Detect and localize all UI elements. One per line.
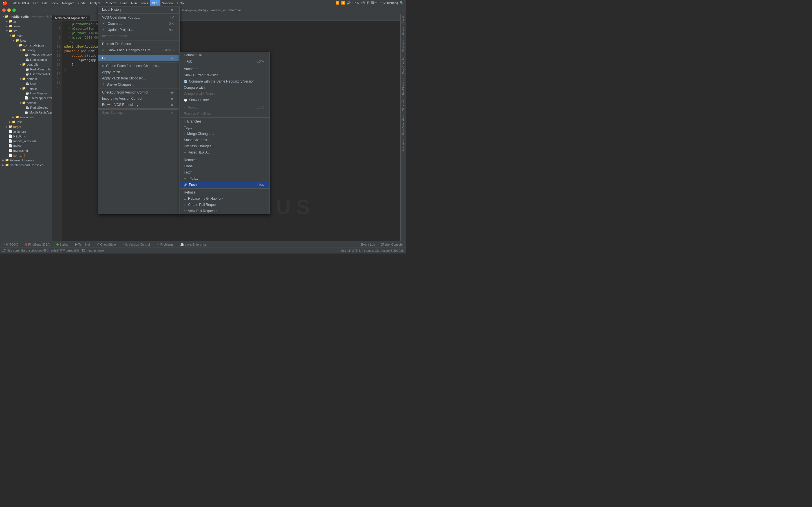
git-menu-annotate[interactable]: Annotate: [180, 66, 269, 72]
git-menu-create-pr[interactable]: ⬡ Create Pull Request: [180, 202, 269, 208]
sidebar-item-redis-controller[interactable]: ▶ ☕ RedisController: [0, 67, 52, 71]
sidebar-item-datasource[interactable]: ▶ ☕ DataSourceConfig: [0, 52, 52, 57]
menu-local-history[interactable]: Local History ▶: [98, 6, 179, 13]
sidebar-item-scratches[interactable]: ▶ 📁 Scratches and Consoles: [0, 163, 52, 167]
tab-todo[interactable]: ≡ 6: TODO: [2, 241, 20, 247]
git-menu-stash[interactable]: Stash Changes...: [180, 137, 269, 143]
menu-refresh-status[interactable]: Refresh File Status: [98, 41, 179, 47]
git-menu-view-pr[interactable]: ⬡ View Pull Requests: [180, 208, 269, 214]
git-menu-show-history[interactable]: 🕐 Show History: [180, 97, 269, 103]
git-menu-reset-head[interactable]: ↩ Reset HEAD...: [180, 149, 269, 156]
menu-build[interactable]: Build: [118, 0, 129, 6]
sidebar-item-target[interactable]: ▶ 📁 target: [0, 124, 52, 129]
git-menu-tag[interactable]: Tag...: [180, 124, 269, 131]
sidebar-item-git[interactable]: ▶ 📁 .git: [0, 19, 52, 24]
menu-help[interactable]: Help: [175, 0, 186, 6]
sidebar-item-test[interactable]: ▶ 📁 test: [0, 119, 52, 124]
sidebar-item-com-study[interactable]: ▼ 📁 com.study.java: [0, 43, 52, 48]
panel-rest-services[interactable]: RestServices: [401, 76, 405, 97]
git-menu-compare-with[interactable]: Compare with...: [180, 84, 269, 91]
sidebar-item-gitignore[interactable]: ▶ 📄 .gitignore: [0, 129, 52, 134]
sidebar-item-domain[interactable]: ▼ 📁 domain: [0, 76, 52, 81]
menu-update-project[interactable]: ✔ Update Project... ⌘T: [98, 27, 179, 33]
sidebar-item-mvn[interactable]: ▶ 📁 .mvn: [0, 24, 52, 29]
sidebar-item-java[interactable]: ▼ 📁 java: [0, 38, 52, 43]
panel-bean-validation[interactable]: Bean Validation: [401, 113, 405, 137]
sidebar-item-config[interactable]: ▼ 📁 config: [0, 48, 52, 52]
panel-favorites[interactable]: Favorites: [401, 137, 405, 153]
tab-mobile-redis-app[interactable]: MobileRedisApplication: [52, 15, 90, 20]
git-menu-add[interactable]: + Add ⌥⌘A: [180, 58, 269, 64]
menu-browse-vcs[interactable]: Browse VCS Repository ▶: [98, 102, 179, 108]
menu-edit[interactable]: Edit: [40, 0, 50, 6]
menu-create-patch[interactable]: ⊞ Create Patch from Local Changes...: [98, 63, 179, 69]
git-menu-push[interactable]: 🚀 Push... ⇧⌘K: [180, 182, 269, 188]
tab-problems[interactable]: ⚠ Problems: [155, 241, 175, 247]
sidebar-item-pom[interactable]: ▶ 📄 pom.xml: [0, 153, 52, 158]
menu-window[interactable]: Window: [160, 0, 175, 6]
menu-git[interactable]: Git ▶: [98, 55, 179, 61]
sidebar-item-service[interactable]: ▼ 📁 service: [0, 100, 52, 105]
git-menu-compare-same-repo[interactable]: 🔃 Compare with the Same Repository Versi…: [180, 78, 269, 84]
tab-findbugs[interactable]: FindBugs-IDEA: [23, 241, 51, 247]
git-menu-show-current-revision[interactable]: Show Current Revision: [180, 72, 269, 78]
menu-vcs-popup[interactable]: VCS Operations Popup... ^V: [98, 14, 179, 20]
sidebar-item-user-mapper[interactable]: ▶ ☕ UserMapper: [0, 91, 52, 96]
menu-analyze[interactable]: Analyze: [88, 0, 103, 6]
sidebar-item-resources[interactable]: ▶ 📁 resources: [0, 115, 52, 119]
menu-file[interactable]: File: [31, 0, 40, 6]
menu-import-vc[interactable]: Import into Version Control ▶: [98, 96, 179, 102]
maximize-button[interactable]: [12, 8, 16, 12]
menu-apply-patch-clipboard[interactable]: Apply Patch from Clipboard...: [98, 75, 179, 81]
search-icon[interactable]: 🔍: [400, 1, 404, 5]
menu-show-local-changes[interactable]: ✔ Show Local Changes as UML ⇧⌘⌥D: [98, 47, 179, 53]
panel-database[interactable]: Database: [401, 38, 405, 54]
sidebar-item-user-mapper-xml[interactable]: ▶ 📄 UserMapper.xml: [0, 96, 52, 100]
panel-key-promoter[interactable]: Key Promoter: [401, 54, 405, 76]
sidebar-item-iml[interactable]: ▶ 📄 mobile_redis.iml: [0, 138, 52, 144]
menu-intellij[interactable]: IntelliJ IDEA: [10, 0, 31, 6]
git-menu-merge[interactable]: ⑄ Merge Changes...: [180, 131, 269, 137]
close-button[interactable]: [2, 8, 6, 12]
menu-view[interactable]: View: [50, 0, 60, 6]
apple-menu[interactable]: 🍎: [2, 1, 8, 6]
menu-code[interactable]: Code: [77, 0, 88, 6]
sidebar-item-mobile-redis[interactable]: ▼ 📁 mobile_redis ~/work/java_study/mobil…: [0, 14, 52, 19]
sidebar-item-src[interactable]: ▼ 📁 src: [0, 29, 52, 33]
tab-jrebel[interactable]: JRebel Console: [379, 241, 404, 247]
panel-structure[interactable]: Structure: [401, 97, 405, 113]
tab-event-log[interactable]: Event Log: [359, 241, 377, 247]
sidebar-item-user[interactable]: ▶ ☕ User: [0, 81, 52, 86]
sidebar-item-mvnw[interactable]: ▶ 📄 mvnw: [0, 144, 52, 148]
sidebar-item-mobile-redis-app[interactable]: ▶ ☕ MobileRedisApplication: [0, 110, 52, 115]
git-menu-remotes[interactable]: Remotes...: [180, 157, 269, 163]
tab-terminal[interactable]: ▶ Terminal: [73, 241, 92, 247]
git-menu-branches[interactable]: ⑆ Branches...: [180, 118, 269, 124]
git-menu-rebase[interactable]: Rebase...: [180, 189, 269, 195]
sidebar-item-controller[interactable]: ▼ 📁 controller: [0, 62, 52, 67]
menu-tools[interactable]: Tools: [139, 0, 150, 6]
sidebar-item-user-controller[interactable]: ▶ ☕ UserController: [0, 71, 52, 76]
sidebar-item-help-md[interactable]: ▶ 📄 HELP.md: [0, 134, 52, 138]
sidebar-item-redis-service[interactable]: ▶ ☕ RedisService: [0, 105, 52, 110]
minimize-button[interactable]: [7, 8, 11, 12]
menu-checkout-vc[interactable]: Checkout from Version Control ▶: [98, 89, 179, 96]
tab-spring[interactable]: Spring: [55, 241, 70, 247]
git-menu-rebase-github[interactable]: ⬡ Rebase my GitHub fork: [180, 195, 269, 202]
sidebar-item-external-libs[interactable]: ▶ 📁 External Libraries: [0, 158, 52, 163]
menu-refactor[interactable]: Refactor: [103, 0, 118, 6]
tab-java-enterprise[interactable]: ☕ Java Enterprise: [179, 241, 208, 247]
git-menu-clone[interactable]: Clone...: [180, 163, 269, 169]
git-menu-commit-file[interactable]: Commit File...: [180, 52, 269, 58]
git-menu-unstash[interactable]: UnStash Changes...: [180, 143, 269, 149]
menu-apply-patch[interactable]: Apply Patch...: [98, 69, 179, 75]
menu-run[interactable]: Run: [129, 0, 139, 6]
menu-navigate[interactable]: Navigate: [60, 0, 76, 6]
panel-maven[interactable]: Maven: [401, 25, 405, 38]
tab-checkstyle[interactable]: ✓ CheckStyle: [95, 241, 117, 247]
git-menu-pull[interactable]: ✔ Pull...: [180, 175, 269, 182]
menu-vcs[interactable]: VCS: [150, 0, 160, 6]
sidebar-item-mapper[interactable]: ▼ 📁 mapper: [0, 86, 52, 91]
menu-shelve-changes[interactable]: 🗄 Shelve Changes...: [98, 81, 179, 88]
sidebar-item-main[interactable]: ▼ 📁 main: [0, 33, 52, 38]
